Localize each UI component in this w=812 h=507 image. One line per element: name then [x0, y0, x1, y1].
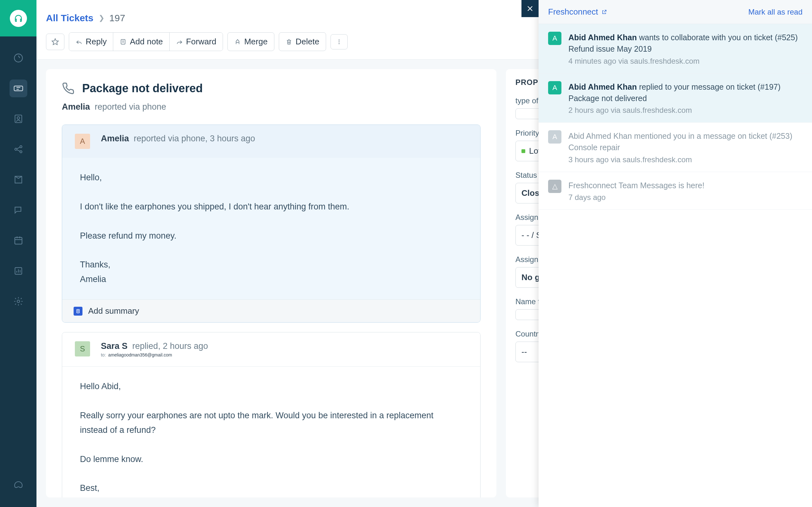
reply-icon [75, 38, 83, 45]
message-body: Hello, I don't like the earphones you sh… [62, 158, 480, 299]
dots-vertical-icon [336, 39, 342, 45]
nav-social[interactable] [9, 140, 27, 158]
sidebar [0, 0, 37, 507]
merge-icon [234, 38, 241, 45]
close-icon [526, 5, 534, 12]
notification-item[interactable]: A Abid Ahmed Khan wants to collaborate w… [539, 24, 812, 73]
chevron-right-icon: ❯ [99, 14, 104, 22]
ticket-conversation: Package not delivered Amelia reported vi… [46, 69, 496, 498]
nav-forums[interactable] [9, 201, 27, 219]
note-icon [119, 38, 126, 45]
svg-rect-11 [121, 39, 125, 44]
message-card: A Amelia reported via phone, 3 hours ago… [62, 124, 480, 323]
delete-label: Delete [296, 37, 319, 47]
ticket-reporter: Amelia reported via phone [62, 102, 480, 112]
notification-avatar: A [548, 32, 561, 45]
svg-point-14 [339, 43, 339, 44]
notification-meta: 3 hours ago via sauls.freshdesk.com [568, 155, 803, 164]
notification-avatar: A [548, 81, 561, 95]
mark-all-read[interactable]: Mark all as read [748, 8, 803, 16]
delete-button[interactable]: Delete [279, 32, 326, 51]
reporter-name: Amelia [62, 102, 90, 112]
forward-button[interactable]: Forward [170, 33, 223, 51]
nav-tickets[interactable] [9, 79, 27, 97]
app-logo[interactable] [0, 0, 37, 37]
nav-contacts[interactable] [9, 110, 27, 128]
breadcrumb-ticket-id: 197 [109, 13, 125, 23]
nav-schedule[interactable] [9, 232, 27, 249]
notification-text: Abid Ahmed Khan wants to collaborate wit… [568, 32, 803, 55]
reply-label: Reply [86, 37, 107, 47]
svg-marker-10 [52, 39, 58, 45]
nav-dashboard[interactable] [9, 49, 27, 67]
notification-item[interactable]: A Abid Ahmed Khan mentioned you in a mes… [539, 123, 812, 172]
reporter-via: reported via phone [95, 102, 166, 112]
forward-icon [176, 38, 183, 45]
merge-label: Merge [244, 37, 268, 47]
notification-panel: Freshconnect Mark all as read A Abid Ahm… [539, 0, 812, 507]
notification-text: Abid Ahmed Khan mentioned you in a messa… [568, 130, 803, 153]
reply-button[interactable]: Reply [69, 33, 113, 51]
message-author: Sara S [101, 341, 128, 351]
svg-rect-7 [14, 237, 22, 244]
nav-freshworks[interactable] [9, 476, 27, 494]
add-note-button[interactable]: Add note [113, 33, 169, 51]
avatar: A [75, 134, 90, 149]
nav-admin[interactable] [9, 292, 27, 310]
svg-point-9 [17, 300, 20, 302]
svg-rect-2 [15, 115, 21, 123]
notification-avatar: △ [548, 180, 561, 193]
external-link-icon [601, 9, 607, 15]
forward-label: Forward [186, 37, 216, 47]
notification-text: Freshconnect Team Messages is here! [568, 180, 705, 191]
star-icon [51, 38, 59, 46]
notification-title[interactable]: Freshconnect [548, 7, 607, 17]
merge-button[interactable]: Merge [227, 32, 274, 51]
svg-rect-1 [14, 86, 22, 91]
add-note-label: Add note [130, 37, 163, 47]
message-card: S Sara S replied, 2 hours ago to: amelia… [62, 332, 480, 498]
svg-point-13 [339, 41, 339, 42]
close-button[interactable] [521, 0, 539, 17]
notification-meta: 2 hours ago via sauls.freshdesk.com [568, 106, 803, 115]
priority-low-icon [521, 149, 525, 153]
notification-text: Abid Ahmed Khan replied to your message … [568, 81, 803, 104]
message-to: to: ameliagoodman356@gmail.com [101, 352, 208, 357]
svg-point-0 [14, 54, 22, 62]
nav-solutions[interactable] [9, 171, 27, 188]
message-meta: reported via phone, 3 hours ago [134, 134, 255, 143]
trash-icon [286, 38, 293, 45]
notification-list: A Abid Ahmed Khan wants to collaborate w… [539, 24, 812, 507]
breadcrumb-all-tickets[interactable]: All Tickets [46, 13, 94, 23]
message-author: Amelia [101, 134, 129, 143]
notification-item[interactable]: A Abid Ahmed Khan replied to your messag… [539, 73, 812, 123]
avatar: S [75, 341, 90, 356]
nav-reports[interactable] [9, 262, 27, 280]
notification-meta: 7 days ago [568, 193, 705, 202]
notification-item[interactable]: △ Freshconnect Team Messages is here! 7 … [539, 172, 812, 210]
more-button[interactable] [331, 34, 348, 49]
document-icon [73, 307, 83, 316]
message-body: Hello Abid, Really sorry your earphones … [62, 367, 480, 498]
phone-icon [62, 82, 74, 95]
ticket-title: Package not delivered [82, 82, 203, 95]
message-meta: replied, 2 hours ago [132, 341, 208, 351]
notification-avatar: A [548, 130, 561, 144]
svg-point-12 [339, 39, 339, 40]
notification-meta: 4 minutes ago via sauls.freshdesk.com [568, 57, 803, 66]
add-summary-button[interactable]: Add summary [62, 299, 480, 322]
main-content: All Tickets ❯ 197 Reply Add note Forward… [37, 0, 812, 507]
svg-point-3 [17, 117, 20, 119]
add-summary-label: Add summary [88, 306, 139, 316]
star-button[interactable] [46, 34, 64, 50]
